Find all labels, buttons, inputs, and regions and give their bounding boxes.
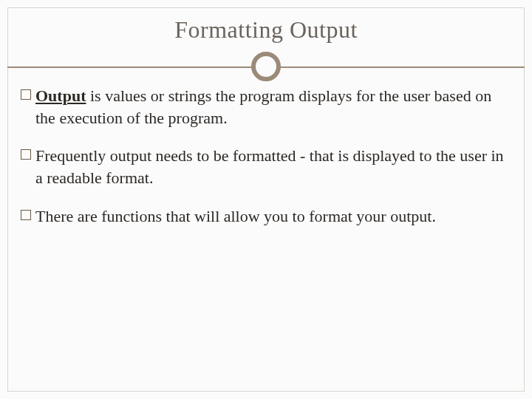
- bullet-rest: is values or strings the program display…: [35, 86, 491, 127]
- square-bullet-icon: [21, 89, 31, 100]
- square-bullet-icon: [21, 149, 31, 160]
- bullet-rest: There are functions that will allow you …: [35, 207, 436, 225]
- bullet-rest: Frequently output needs to be formatted …: [35, 146, 504, 187]
- bullet-text: Frequently output needs to be formatted …: [35, 145, 511, 188]
- slide: Formatting Output Output is values or st…: [0, 0, 532, 399]
- slide-title: Formatting Output: [0, 16, 532, 44]
- content-area: Output is values or strings the program …: [21, 85, 511, 243]
- bullet-item: Frequently output needs to be formatted …: [21, 145, 511, 188]
- bullet-item: There are functions that will allow you …: [21, 205, 511, 228]
- bullet-lead: Output: [35, 86, 86, 105]
- bullet-item: Output is values or strings the program …: [21, 85, 511, 129]
- divider-ring-icon: [251, 52, 281, 81]
- bullet-text: There are functions that will allow you …: [35, 205, 511, 228]
- square-bullet-icon: [21, 210, 31, 220]
- bullet-text: Output is values or strings the program …: [35, 85, 511, 129]
